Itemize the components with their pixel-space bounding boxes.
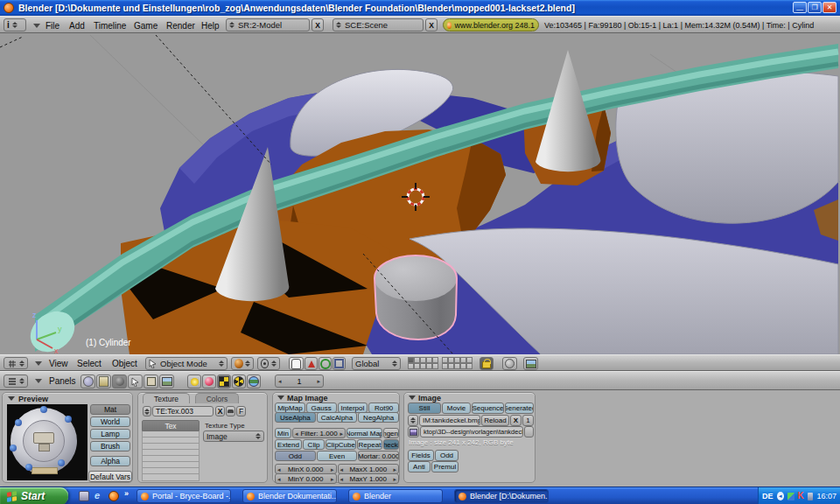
screen-clear-button[interactable]: X bbox=[312, 18, 324, 32]
menu-object[interactable]: Object bbox=[112, 359, 137, 368]
layer-button[interactable] bbox=[454, 357, 460, 363]
preview-mat-button[interactable]: Mat bbox=[90, 404, 130, 415]
decrement-icon[interactable]: ◂ bbox=[277, 476, 281, 482]
world-subcontext-button[interactable] bbox=[247, 374, 261, 388]
layer-button[interactable] bbox=[442, 363, 448, 369]
layer-button[interactable] bbox=[420, 363, 426, 369]
usealpha-toggle[interactable]: UseAlpha bbox=[275, 412, 316, 423]
panel-collapse-icon[interactable] bbox=[277, 396, 284, 400]
image-preview-button[interactable] bbox=[408, 426, 419, 438]
fake-user-button[interactable]: F bbox=[236, 406, 246, 416]
screen-selector[interactable]: SR:2-Model bbox=[226, 18, 310, 32]
lock-layers-toggle[interactable] bbox=[480, 357, 494, 370]
menu-file[interactable]: File bbox=[46, 21, 60, 31]
window-type-button[interactable]: i bbox=[4, 18, 26, 32]
layer-button[interactable] bbox=[448, 363, 454, 369]
still-toggle[interactable]: Still bbox=[408, 402, 441, 414]
window-titlebar[interactable]: Blender [D:\Dokumente und Einstellungen\… bbox=[0, 0, 840, 16]
layer-button[interactable] bbox=[432, 363, 438, 369]
texture-datablock-field[interactable]: TE:Tex.003 bbox=[152, 406, 214, 416]
preview-lamp-button[interactable]: Lamp bbox=[90, 429, 130, 439]
texture-slot-empty[interactable] bbox=[142, 468, 200, 474]
increment-icon[interactable]: ▸ bbox=[340, 430, 343, 437]
tab-colors[interactable]: Colors bbox=[195, 393, 239, 403]
reload-button[interactable]: Reload bbox=[481, 415, 509, 426]
filter-field[interactable]: ◂Filter: 1.000▸ bbox=[292, 428, 346, 438]
menu-help[interactable]: Help bbox=[201, 21, 220, 31]
menu-panels[interactable]: Panels bbox=[49, 376, 76, 386]
render-preview-button[interactable] bbox=[523, 357, 538, 370]
odd-field-toggle[interactable]: Odd bbox=[435, 450, 458, 461]
layer-button[interactable] bbox=[414, 363, 420, 369]
menu-view[interactable]: View bbox=[49, 359, 68, 368]
header-collapse-icon[interactable] bbox=[35, 361, 42, 366]
anti-toggle[interactable]: Anti bbox=[408, 461, 430, 472]
scene-clear-button[interactable]: X bbox=[425, 18, 438, 32]
restore-button[interactable]: ❐ bbox=[808, 2, 822, 13]
layer-button[interactable] bbox=[466, 363, 472, 369]
generated-toggle[interactable]: Generated bbox=[505, 402, 534, 414]
texture-slot-active[interactable]: Tex bbox=[142, 420, 200, 431]
miny-field[interactable]: ◂MinY 0.000▸ bbox=[275, 473, 337, 484]
menu-timeline[interactable]: Timeline bbox=[94, 21, 126, 31]
scene-context-button[interactable] bbox=[159, 374, 174, 388]
odd-toggle[interactable]: Odd bbox=[275, 451, 316, 461]
layer-button[interactable] bbox=[432, 357, 438, 363]
radiosity-subcontext-button[interactable] bbox=[232, 374, 246, 388]
checker-toggle[interactable]: Checker bbox=[383, 439, 399, 450]
manipulator-rotate-toggle[interactable] bbox=[318, 357, 332, 370]
menu-game[interactable]: Game bbox=[134, 21, 158, 31]
image-users-button[interactable]: 1 bbox=[522, 415, 534, 426]
manipulator-scale-toggle[interactable] bbox=[332, 357, 346, 370]
increment-icon[interactable]: ▸ bbox=[393, 476, 396, 482]
decrement-icon[interactable]: ◂ bbox=[340, 466, 344, 472]
negalpha-toggle[interactable]: NegAlpha bbox=[358, 412, 399, 423]
increment-icon[interactable]: ▸ bbox=[331, 466, 334, 472]
close-button[interactable]: ✕ bbox=[822, 2, 836, 13]
image-browse-button[interactable] bbox=[408, 415, 418, 426]
texture-slot-empty[interactable] bbox=[142, 456, 200, 462]
increment-icon[interactable]: ▸ bbox=[393, 466, 396, 472]
layer-button[interactable] bbox=[460, 363, 466, 369]
kaspersky-tray-icon[interactable]: K bbox=[798, 492, 804, 500]
layer-button[interactable] bbox=[420, 357, 426, 363]
tangent-selector[interactable]: Tangent bbox=[383, 428, 399, 438]
preview-world-button[interactable]: World bbox=[90, 416, 130, 427]
mortar-field[interactable]: Mortar: 0.000 bbox=[358, 451, 399, 461]
firefox-icon[interactable] bbox=[108, 491, 119, 501]
texture-slot-empty[interactable] bbox=[142, 462, 200, 468]
hide-tray-icons-button[interactable]: ◄ bbox=[777, 492, 784, 500]
scene-selector[interactable]: SCE:Scene bbox=[332, 18, 424, 32]
texture-type-selector[interactable]: Image bbox=[203, 430, 264, 442]
start-button[interactable]: Start bbox=[0, 487, 68, 504]
movie-toggle[interactable]: Movie bbox=[442, 402, 471, 414]
script-context-button[interactable] bbox=[96, 374, 111, 388]
blender-version-pill[interactable]: www.blender.org 248.1 bbox=[443, 18, 539, 32]
layer-button[interactable] bbox=[426, 357, 432, 363]
increment-icon[interactable]: ▸ bbox=[317, 378, 320, 384]
header-collapse-icon[interactable] bbox=[33, 24, 40, 28]
decrement-icon[interactable]: ◂ bbox=[340, 476, 344, 482]
material-subcontext-button[interactable] bbox=[202, 374, 216, 388]
draw-type-button[interactable] bbox=[231, 357, 254, 370]
texture-subcontext-button[interactable] bbox=[217, 374, 231, 388]
layer-grid-2[interactable] bbox=[442, 357, 472, 369]
image-clear-button[interactable]: X bbox=[510, 415, 522, 426]
pivot-point-button[interactable] bbox=[257, 357, 280, 370]
image-datablock-field[interactable]: IM:tankdeckel.bmp bbox=[419, 415, 480, 426]
premul-toggle[interactable]: Premul bbox=[431, 461, 458, 472]
panel-collapse-icon[interactable] bbox=[8, 396, 15, 401]
quicklaunch-overflow-icon[interactable]: » bbox=[124, 489, 129, 498]
editing-context-button[interactable] bbox=[144, 374, 158, 388]
tab-texture[interactable]: Texture bbox=[143, 393, 190, 403]
layer-button[interactable] bbox=[448, 357, 454, 363]
clock[interactable]: 16:07 bbox=[816, 492, 836, 500]
tray-graphics-icon[interactable] bbox=[788, 493, 794, 500]
texture-slot-empty[interactable] bbox=[142, 474, 200, 481]
layer-button[interactable] bbox=[460, 357, 466, 363]
even-toggle[interactable]: Even bbox=[317, 451, 358, 461]
texture-slot-empty[interactable] bbox=[142, 444, 200, 450]
task-portal-bryce[interactable]: Portal - Bryce-Board -... bbox=[136, 489, 231, 503]
manipulator-translate-toggle[interactable] bbox=[304, 357, 318, 370]
increment-icon[interactable]: ▸ bbox=[331, 476, 334, 482]
